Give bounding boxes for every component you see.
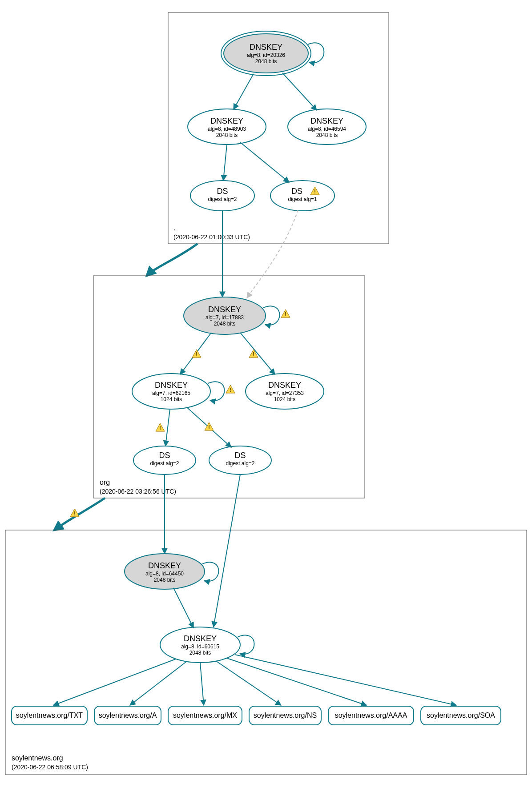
rrset-label: soylentnews.org/AAAA <box>335 712 407 719</box>
node-sub: alg=8, id=64450 <box>145 571 184 577</box>
rrset-txt: soylentnews.org/TXT <box>12 706 87 725</box>
svg-text:!: ! <box>253 351 254 358</box>
edge <box>234 74 254 109</box>
node-sub: 1024 bits <box>274 396 296 402</box>
edge-delegation <box>54 498 105 530</box>
rrset-label: soylentnews.org/NS <box>254 712 317 719</box>
svg-text:!: ! <box>208 424 210 430</box>
node-sub: alg=7, id=17883 <box>206 314 244 321</box>
edge <box>173 588 193 628</box>
edge <box>247 210 298 298</box>
edge-selfloop <box>308 43 324 63</box>
node-sub: 1024 bits <box>161 396 182 402</box>
rrset-label: soylentnews.org/MX <box>173 712 237 719</box>
node-root-ds2: DS digest alg=1 <box>270 181 335 211</box>
node-root-zsk2: DNSKEY alg=8, id=46594 2048 bits <box>288 109 366 145</box>
svg-point-5 <box>270 181 335 211</box>
node-sub: 2048 bits <box>189 650 211 656</box>
zone-label-root: . <box>173 224 175 232</box>
zone-timestamp-root: (2020-06-22 01:00:33 UTC) <box>173 233 250 241</box>
edge <box>165 409 170 446</box>
dnssec-diagram: DNSKEY alg=8, id=20326 2048 bits DNSKEY … <box>0 0 532 788</box>
rrset-label: soylentnews.org/SOA <box>427 712 495 719</box>
edge <box>235 655 456 705</box>
svg-point-4 <box>190 181 254 211</box>
edge <box>223 145 227 181</box>
node-label: DNSKEY <box>268 381 301 390</box>
node-sub: 2048 bits <box>154 577 176 583</box>
node-label: DNSKEY <box>148 561 181 570</box>
svg-text:!: ! <box>196 351 197 358</box>
edge <box>240 333 275 374</box>
edge-delegation <box>147 244 197 276</box>
node-sub: 2048 bits <box>316 132 338 138</box>
edge <box>227 658 367 705</box>
edge <box>240 142 289 182</box>
node-label: DNSKEY <box>250 43 282 52</box>
node-sub: alg=8, id=20326 <box>247 52 285 58</box>
node-sub: digest alg=2 <box>208 196 237 202</box>
node-org-zsk1: DNSKEY alg=7, id=62165 1024 bits <box>132 374 210 409</box>
warning-icon: ! <box>205 422 214 430</box>
edge <box>53 659 176 705</box>
rrset-mx: soylentnews.org/MX <box>168 706 242 725</box>
warning-icon: ! <box>281 310 290 318</box>
node-sub: alg=8, id=48903 <box>208 126 246 132</box>
zone-timestamp-domain: (2020-06-22 06:58:09 UTC) <box>12 764 88 771</box>
rrset-ns: soylentnews.org/NS <box>249 706 321 725</box>
node-org-ds1: DS digest alg=2 <box>133 446 196 474</box>
node-sub: alg=8, id=46594 <box>308 126 346 132</box>
warning-icon: ! <box>226 385 235 393</box>
node-sub: 2048 bits <box>255 58 277 64</box>
zone-box-domain <box>5 530 527 775</box>
rrset-aaaa: soylentnews.org/AAAA <box>328 706 414 725</box>
node-sub: digest alg=2 <box>226 460 254 466</box>
warning-icon: ! <box>192 350 201 358</box>
node-label: DS <box>217 187 228 196</box>
node-label: DNSKEY <box>310 117 343 125</box>
edge <box>282 73 317 110</box>
edge <box>214 474 240 627</box>
warning-icon: ! <box>156 423 165 431</box>
svg-text:!: ! <box>285 311 286 318</box>
svg-text:!: ! <box>230 387 231 393</box>
node-sub: digest alg=2 <box>150 460 179 466</box>
node-org-ds2: DS digest alg=2 <box>209 446 271 474</box>
node-label: DS <box>159 451 170 460</box>
node-label: DS <box>291 187 302 196</box>
edge <box>130 661 187 705</box>
svg-text:!: ! <box>314 189 316 195</box>
svg-text:!: ! <box>74 511 76 517</box>
warning-icon: ! <box>249 350 258 358</box>
edge <box>200 663 204 705</box>
node-sub: alg=7, id=62165 <box>152 390 190 396</box>
node-root-zsk1: DNSKEY alg=8, id=48903 2048 bits <box>188 109 266 145</box>
rrset-label: soylentnews.org/A <box>99 712 157 719</box>
node-label: DNSKEY <box>155 381 188 390</box>
zone-label-org: org <box>100 478 110 486</box>
svg-text:!: ! <box>159 425 161 431</box>
zone-label-domain: soylentnews.org <box>12 754 63 762</box>
node-label: DS <box>234 451 246 460</box>
node-label: DNSKEY <box>210 117 243 125</box>
node-label: DNSKEY <box>208 305 241 314</box>
node-sub: 2048 bits <box>216 132 238 138</box>
rrset-label: soylentnews.org/TXT <box>16 712 83 719</box>
node-sub: alg=8, id=60615 <box>181 643 219 650</box>
node-root-ds1: DS digest alg=2 <box>190 181 254 211</box>
node-domain-ksk: DNSKEY alg=8, id=64450 2048 bits <box>125 554 205 589</box>
edge <box>216 661 281 705</box>
node-org-zsk2: DNSKEY alg=7, id=27353 1024 bits <box>246 374 324 409</box>
rrset-a: soylentnews.org/A <box>94 706 161 725</box>
node-sub: alg=7, id=27353 <box>266 390 304 396</box>
warning-icon: ! <box>70 509 79 517</box>
node-sub: digest alg=1 <box>288 196 317 202</box>
node-sub: 2048 bits <box>214 321 236 327</box>
node-label: DNSKEY <box>184 634 217 643</box>
node-domain-zsk: DNSKEY alg=8, id=60615 2048 bits <box>160 627 240 663</box>
rrset-soa: soylentnews.org/SOA <box>421 706 501 725</box>
node-org-ksk: DNSKEY alg=7, id=17883 2048 bits <box>184 297 266 334</box>
node-root-ksk: DNSKEY alg=8, id=20326 2048 bits <box>221 31 311 76</box>
